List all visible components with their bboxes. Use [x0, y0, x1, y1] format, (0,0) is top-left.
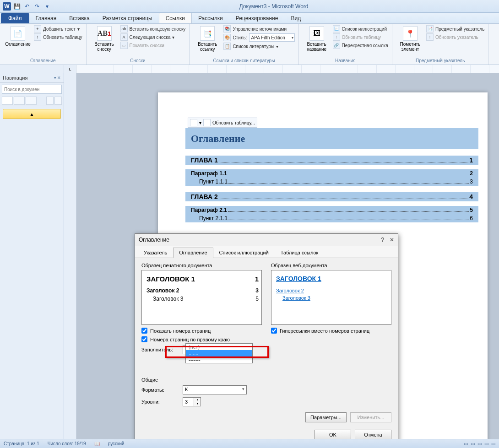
toc-inline-toolbar: ▾ Обновить таблицу...	[188, 118, 257, 128]
view-read-icon[interactable]: ▭	[471, 441, 475, 446]
toc-entry[interactable]: Пункт 1.1.13	[185, 178, 478, 186]
nav-collapse-button[interactable]: ▲	[3, 109, 61, 119]
bibliography-button[interactable]: 📋Список литературы ▾	[223, 43, 294, 50]
nav-next-icon[interactable]	[54, 97, 62, 105]
close-icon[interactable]: ✕	[390, 237, 394, 243]
toc-entry[interactable]: Параграф 1.12	[185, 169, 478, 178]
update-toc-button[interactable]: !Обновить таблицу	[34, 33, 82, 41]
options-button[interactable]: Параметры...	[305, 412, 347, 422]
citation-icon: 📑	[200, 26, 215, 41]
tab-mailings[interactable]: Рассылки	[192, 13, 229, 23]
next-footnote-button[interactable]: AСледующая сноска ▾	[120, 33, 186, 41]
save-icon[interactable]: 💾	[13, 2, 21, 11]
tab-insert[interactable]: Вставка	[63, 13, 96, 23]
tab-file[interactable]: Файл	[1, 13, 29, 23]
nav-dropdown-icon[interactable]: ▾	[54, 76, 56, 80]
add-text-button[interactable]: +Добавить текст ▾	[34, 25, 82, 32]
group-captions: 🖼Вставить название 📃Список иллюстраций !…	[299, 24, 392, 65]
modify-button[interactable]: Изменить...	[350, 412, 391, 422]
dialog-titlebar[interactable]: Оглавление ?✕	[135, 234, 398, 246]
update-index-button[interactable]: !Обновить указатель	[426, 33, 484, 41]
tab-review[interactable]: Рецензирование	[229, 13, 285, 23]
mark-icon: 📍	[403, 26, 418, 41]
nav-search-input[interactable]	[2, 85, 62, 94]
view-print-icon[interactable]: ▭	[464, 441, 468, 446]
toc-content[interactable]: Оглавление ГЛАВА 11 Параграф 1.12 Пункт …	[185, 128, 478, 222]
toc-entry[interactable]: Параграф 2.15	[185, 206, 478, 214]
nav-tab-headings[interactable]	[2, 97, 13, 105]
view-draft-icon[interactable]: ▭	[491, 441, 495, 446]
toc-button[interactable]: 📄Оглавление	[4, 25, 32, 48]
toc-entry[interactable]: ГЛАВА 11	[185, 156, 478, 165]
toc-menu-icon[interactable]	[190, 119, 197, 126]
insert-footnote-button[interactable]: AB1Вставить сноску	[90, 25, 119, 53]
cancel-button[interactable]: Отмена	[355, 430, 391, 440]
dlg-tab-authorities[interactable]: Таблица ссылок	[275, 248, 325, 258]
toc-update-label[interactable]: Обновить таблицу...	[212, 120, 255, 125]
toc-title: Оглавление	[185, 128, 478, 149]
crossref-icon: 🔗	[333, 42, 340, 49]
dlg-tab-toc[interactable]: Оглавление	[173, 248, 213, 258]
help-icon[interactable]: ?	[381, 237, 384, 243]
refresh-icon: !	[333, 33, 340, 41]
toc-update-icon[interactable]	[203, 119, 211, 126]
nav-close-icon[interactable]: ✕	[57, 76, 61, 80]
chk-hyperlinks[interactable]: Гиперссылки вместо номеров страниц	[271, 328, 391, 334]
filler-opt-none[interactable]: (нет)	[186, 344, 252, 350]
tab-references[interactable]: Ссылки	[159, 13, 192, 23]
nav-prev-icon[interactable]	[46, 97, 54, 105]
biblio-icon: 📋	[223, 43, 231, 50]
status-page[interactable]: Страница: 1 из 1	[4, 441, 39, 446]
redo-icon[interactable]: ↷	[33, 2, 41, 11]
endnote-icon: ab	[120, 25, 128, 32]
levels-spinner[interactable]: 3	[183, 397, 201, 406]
status-words[interactable]: Число слов: 19/19	[48, 441, 86, 446]
group-citations-label: Ссылки и списки литературы	[193, 57, 294, 63]
toc-entry[interactable]: ГЛАВА 24	[185, 192, 478, 201]
window-title: Документ3 - Microsoft Word	[51, 3, 496, 10]
mark-entry-button[interactable]: 📍Пометить элемент	[396, 25, 424, 53]
tab-layout[interactable]: Разметка страницы	[96, 13, 159, 23]
vertical-ruler[interactable]	[64, 73, 76, 439]
ok-button[interactable]: OK	[315, 430, 351, 440]
nav-tab-pages[interactable]	[14, 97, 25, 105]
insert-citation-button[interactable]: 📑Вставить ссылку	[193, 25, 222, 53]
print-preview: ЗАГОЛОВОК 11 Заголовок 23 Заголовок 35	[141, 270, 262, 325]
index-button[interactable]: 📑Предметный указатель	[426, 25, 484, 32]
ruler-corner[interactable]: L	[64, 65, 76, 73]
citation-style[interactable]: 🎨Стиль:APA Fifth Edition	[223, 33, 294, 42]
insert-caption-button[interactable]: 🖼Вставить название	[303, 25, 331, 53]
style-combo[interactable]: APA Fifth Edition	[249, 33, 295, 42]
nav-tab-results[interactable]	[26, 97, 37, 105]
figures-list-button[interactable]: 📃Список иллюстраций	[333, 25, 388, 32]
dlg-tab-figures[interactable]: Список иллюстраций	[213, 248, 275, 258]
dialog-tabs: Указатель Оглавление Список иллюстраций …	[135, 246, 398, 258]
chk-show-pages[interactable]: Показать номера страниц	[141, 328, 262, 334]
ruler-bar: L	[0, 65, 499, 73]
group-toc-label: Оглавление	[4, 57, 82, 63]
update-captions-button[interactable]: !Обновить таблицу	[333, 33, 388, 41]
figlist-icon: 📃	[333, 25, 340, 32]
status-proofing-icon[interactable]: 📖	[94, 441, 100, 446]
filler-opt-dots[interactable]: .......	[186, 350, 252, 356]
group-citations: 📑Вставить ссылку 📚Управление источниками…	[190, 24, 298, 65]
status-language[interactable]: русский	[108, 441, 125, 446]
tab-view[interactable]: Вид	[284, 13, 307, 23]
undo-icon[interactable]: ↶	[23, 2, 31, 11]
horizontal-ruler[interactable]	[76, 65, 499, 73]
formats-combo[interactable]: К	[183, 385, 247, 394]
filler-dropdown[interactable]: (нет) ....... -------	[185, 343, 253, 363]
chk-right-align[interactable]: Номера страниц по правому краю	[141, 336, 262, 342]
print-preview-label: Образец печатного документа	[141, 263, 262, 268]
dlg-tab-index[interactable]: Указатель	[138, 248, 173, 258]
show-footnotes-button[interactable]: ▭Показать сноски	[120, 42, 186, 49]
insert-endnote-button[interactable]: abВставить концевую сноску	[120, 25, 186, 32]
view-outline-icon[interactable]: ▭	[484, 441, 488, 446]
tab-home[interactable]: Главная	[29, 13, 63, 23]
toc-entry[interactable]: Пункт 2.1.16	[185, 214, 478, 222]
view-web-icon[interactable]: ▭	[477, 441, 482, 446]
filler-opt-dashes[interactable]: -------	[186, 356, 252, 363]
qat-more-icon[interactable]: ▾	[43, 2, 51, 11]
cross-reference-button[interactable]: 🔗Перекрестная ссылка	[333, 42, 388, 49]
manage-sources-button[interactable]: 📚Управление источниками	[223, 25, 294, 32]
